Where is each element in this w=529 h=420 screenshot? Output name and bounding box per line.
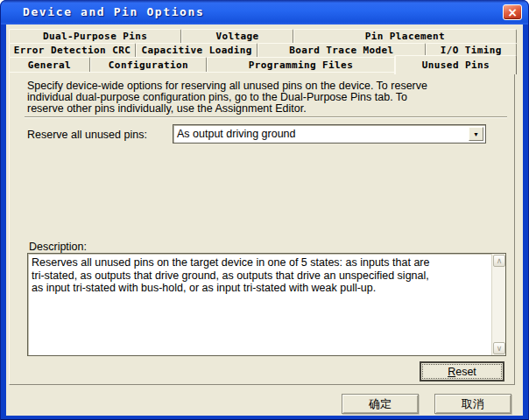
instructions-text: Specify device-wide options for reservin… bbox=[27, 80, 427, 115]
chevron-up-icon: ∧ bbox=[497, 257, 503, 265]
tab-voltage[interactable]: Voltage bbox=[181, 29, 293, 43]
tab-programming-files[interactable]: Programming Files bbox=[207, 57, 395, 73]
reset-button-focus-rect: Reset bbox=[422, 364, 502, 379]
description-line: as input tri-stated with bus-hold, or as… bbox=[32, 282, 429, 295]
chevron-down-icon: ▼ bbox=[473, 131, 479, 137]
tab-capacitive-loading[interactable]: Capacitive Loading bbox=[136, 43, 257, 57]
dropdown-selected-value: As output driving ground bbox=[177, 128, 296, 140]
tab-page-unused-pins: Specify device-wide options for reservin… bbox=[9, 72, 515, 385]
vertical-scrollbar[interactable]: ∧ ∨ bbox=[491, 254, 505, 355]
instructions-line: reserve other pins individually, use the… bbox=[27, 103, 427, 115]
tab-strip: Dual-Purpose Pins Voltage Pin Placement … bbox=[9, 29, 517, 74]
dropdown-arrow-button[interactable]: ▼ bbox=[469, 127, 483, 141]
reserve-pins-dropdown[interactable]: As output driving ground ▼ bbox=[173, 124, 486, 144]
title-bar[interactable]: Device and Pin Options × bbox=[0, 0, 529, 24]
chevron-down-icon: ∨ bbox=[497, 345, 503, 353]
scroll-up-button[interactable]: ∧ bbox=[493, 255, 505, 267]
reset-label-mnemonic: R bbox=[448, 366, 455, 378]
tab-error-detection-crc[interactable]: Error Detection CRC bbox=[9, 43, 136, 57]
tab-configuration[interactable]: Configuration bbox=[90, 57, 207, 73]
ok-button[interactable]: 确定 bbox=[342, 394, 419, 414]
scroll-down-button[interactable]: ∨ bbox=[493, 342, 505, 354]
dialog-body: Dual-Purpose Pins Voltage Pin Placement … bbox=[6, 24, 523, 416]
tab-pin-placement[interactable]: Pin Placement bbox=[293, 29, 517, 43]
description-box: Reserves all unused pins on the target d… bbox=[27, 253, 506, 356]
close-icon: × bbox=[507, 6, 518, 18]
description-line: Reserves all unused pins on the target d… bbox=[32, 256, 429, 270]
tab-dual-purpose-pins[interactable]: Dual-Purpose Pins bbox=[9, 29, 181, 43]
close-button[interactable]: × bbox=[503, 4, 522, 20]
description-line: tri-stated, as outputs that drive ground… bbox=[32, 270, 429, 283]
tab-row-1: Dual-Purpose Pins Voltage Pin Placement bbox=[9, 29, 517, 43]
window-title: Device and Pin Options bbox=[23, 5, 204, 18]
device-pin-options-dialog: Device and Pin Options × Dual-Purpose Pi… bbox=[0, 0, 529, 420]
cancel-button[interactable]: 取消 bbox=[434, 394, 511, 414]
description-label: Description: bbox=[29, 241, 87, 253]
tab-general[interactable]: General bbox=[9, 57, 90, 73]
reset-label-rest: eset bbox=[455, 366, 476, 378]
tab-unused-pins[interactable]: Unused Pins bbox=[395, 55, 517, 74]
description-text: Reserves all unused pins on the target d… bbox=[32, 256, 429, 295]
reserve-pins-label: Reserve all unused pins: bbox=[27, 129, 147, 141]
reset-button[interactable]: Reset bbox=[420, 361, 504, 382]
separator-line bbox=[25, 116, 507, 118]
